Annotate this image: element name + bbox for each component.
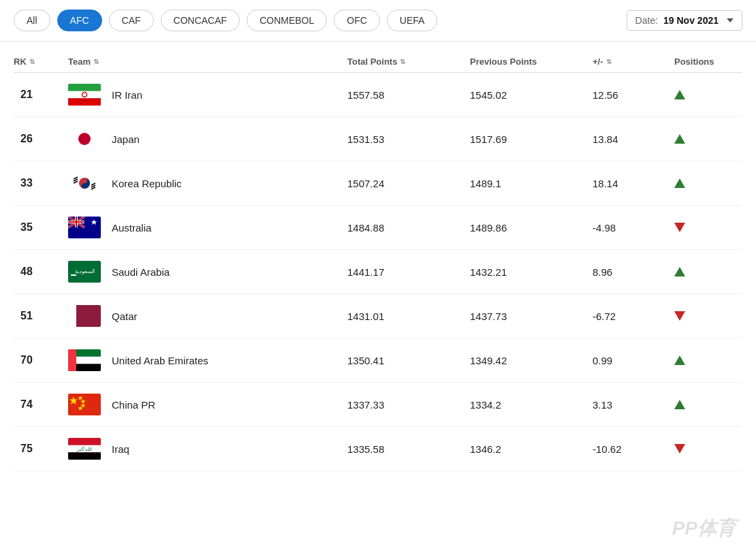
table-body: 21 IR Iran 1557.58 1545.02 12.56 26 Japa…	[14, 73, 742, 471]
team-name: United Arab Emirates	[112, 355, 208, 366]
flag-iraq: الله أكبر	[68, 438, 101, 460]
svg-rect-34	[68, 394, 101, 415]
flag-iran	[68, 84, 101, 106]
svg-point-5	[78, 133, 91, 145]
table-row[interactable]: 35 Australia 1484.88 1489.86 -4.98	[14, 206, 742, 250]
cell-diff: 0.99	[593, 355, 674, 366]
table-header: RK ⇅ Team ⇅ Total Points ⇅ Previous Poin…	[14, 48, 742, 73]
th-positions-label: Positions	[674, 57, 714, 67]
trend-up-icon	[674, 134, 685, 144]
cell-rank: 26	[14, 133, 68, 145]
filter-afc[interactable]: AFC	[57, 10, 102, 31]
cell-diff: 13.84	[593, 133, 674, 145]
cell-diff: 12.56	[593, 89, 674, 101]
trend-up-icon	[674, 178, 685, 188]
cell-diff: 3.13	[593, 399, 674, 411]
cell-previous-points: 1432.21	[470, 266, 593, 278]
cell-position-trend	[674, 400, 742, 409]
table-row[interactable]: 70 United Arab Emirates 1350.41 1349.42 …	[14, 338, 742, 383]
cell-total-points: 1484.88	[347, 222, 470, 234]
watermark: PP体育	[672, 516, 736, 541]
cell-rank: 33	[14, 177, 68, 189]
cell-team: Qatar	[68, 305, 347, 327]
cell-position-trend	[674, 267, 742, 276]
trend-up-icon	[674, 267, 685, 276]
date-selector[interactable]: Date: 19 Nov 2021	[627, 10, 742, 31]
table-row[interactable]: 48 السعودية Saudi Arabia 1441.17 1432.21…	[14, 250, 742, 294]
cell-previous-points: 1517.69	[470, 133, 593, 145]
cell-position-trend	[674, 223, 742, 232]
cell-team: Australia	[68, 217, 347, 238]
svg-rect-29	[68, 305, 76, 327]
cell-diff: 8.96	[593, 266, 674, 278]
cell-position-trend	[674, 355, 742, 365]
flag-china	[68, 394, 101, 415]
flag-korea	[68, 172, 101, 194]
team-name: IR Iran	[112, 89, 142, 101]
cell-team: السعودية Saudi Arabia	[68, 261, 347, 283]
flag-qatar	[68, 305, 101, 327]
filter-ofc[interactable]: OFC	[334, 10, 380, 31]
cell-position-trend	[674, 311, 742, 321]
table-row[interactable]: 26 Japan 1531.53 1517.69 13.84	[14, 117, 742, 161]
trend-up-icon	[674, 90, 685, 99]
table-row[interactable]: 33 Korea Republic 1507.24 1489.1 18.14	[14, 161, 742, 206]
th-total-points-label: Total Points	[347, 57, 397, 67]
th-total-points[interactable]: Total Points ⇅	[347, 57, 470, 67]
table-row[interactable]: 74 China PR 1337.33 1334.2 3.13	[14, 383, 742, 427]
filter-concacaf[interactable]: CONCACAF	[161, 10, 240, 31]
svg-rect-33	[68, 349, 76, 371]
filter-uefa[interactable]: UEFA	[387, 10, 438, 31]
th-rk[interactable]: RK ⇅	[14, 57, 68, 67]
cell-total-points: 1337.33	[347, 399, 470, 411]
filter-caf[interactable]: CAF	[109, 10, 154, 31]
team-name: China PR	[112, 399, 155, 411]
trend-up-icon	[674, 355, 685, 365]
filter-all[interactable]: All	[14, 10, 50, 31]
chevron-down-icon	[727, 18, 734, 22]
cell-total-points: 1441.17	[347, 266, 470, 278]
th-rk-label: RK	[14, 57, 27, 67]
svg-rect-23	[76, 217, 77, 227]
team-name: Korea Republic	[112, 178, 182, 189]
flag-uae	[68, 349, 101, 371]
cell-team: United Arab Emirates	[68, 349, 347, 371]
cell-rank: 48	[14, 266, 68, 278]
cell-previous-points: 1349.42	[470, 355, 593, 366]
cell-total-points: 1507.24	[347, 178, 470, 189]
table-row[interactable]: 75 الله أكبر Iraq 1335.58 1346.2 -10.62	[14, 427, 742, 471]
trend-down-icon	[674, 444, 685, 454]
cell-diff: -4.98	[593, 222, 674, 234]
sort-icon-diff: ⇅	[606, 59, 612, 65]
team-name: Saudi Arabia	[112, 266, 170, 278]
cell-diff: -6.72	[593, 311, 674, 322]
cell-team: China PR	[68, 394, 347, 415]
cell-rank: 70	[14, 354, 68, 366]
team-name: Iraq	[112, 443, 129, 455]
filter-conmebol[interactable]: CONMEBOL	[247, 10, 327, 31]
cell-total-points: 1557.58	[347, 89, 470, 101]
rankings-table: RK ⇅ Team ⇅ Total Points ⇅ Previous Poin…	[0, 42, 756, 485]
cell-rank: 51	[14, 310, 68, 322]
cell-diff: -10.62	[593, 443, 674, 455]
table-row[interactable]: 51 Qatar 1431.01 1437.73 -6.72	[14, 294, 742, 338]
flag-saudi: السعودية	[68, 261, 101, 283]
sort-icon-team: ⇅	[93, 59, 99, 65]
th-team[interactable]: Team ⇅	[68, 57, 347, 67]
date-label: Date:	[635, 15, 658, 26]
date-value: 19 Nov 2021	[663, 15, 719, 26]
trend-down-icon	[674, 223, 685, 232]
cell-position-trend	[674, 444, 742, 454]
cell-team: Japan	[68, 128, 347, 150]
filter-bar: All AFC CAF CONCACAF CONMEBOL OFC UEFA D…	[0, 0, 756, 42]
cell-total-points: 1335.58	[347, 443, 470, 455]
cell-previous-points: 1334.2	[470, 399, 593, 411]
cell-rank: 74	[14, 398, 68, 411]
th-diff[interactable]: +/- ⇅	[593, 57, 674, 67]
cell-position-trend	[674, 178, 742, 188]
svg-rect-27	[71, 274, 76, 276]
cell-previous-points: 1489.86	[470, 222, 593, 234]
table-row[interactable]: 21 IR Iran 1557.58 1545.02 12.56	[14, 73, 742, 117]
cell-position-trend	[674, 90, 742, 99]
cell-position-trend	[674, 134, 742, 144]
